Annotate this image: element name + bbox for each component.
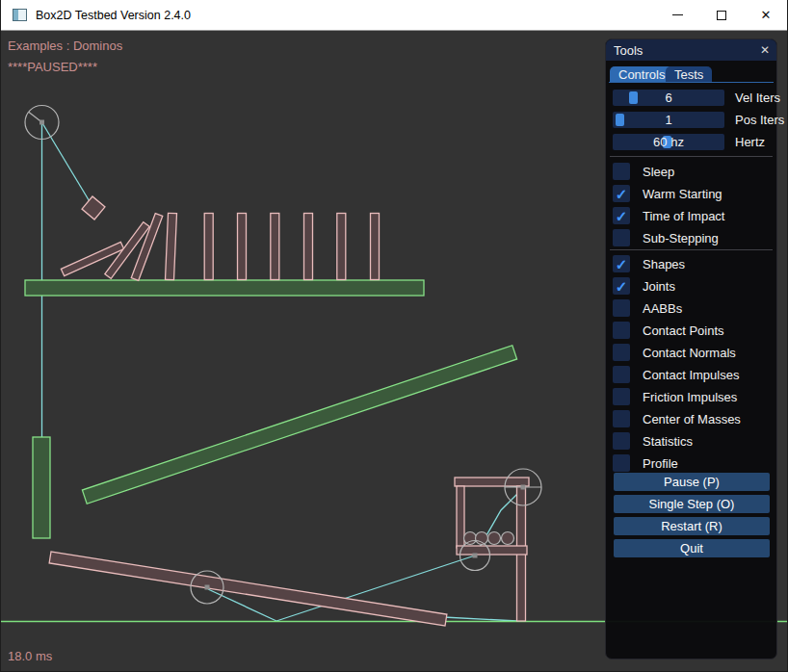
checkbox-box[interactable]: ✓: [613, 366, 630, 383]
domino-upright-4: [271, 214, 279, 280]
joint-marker-4: [521, 485, 526, 490]
domino-upright-3: [238, 214, 247, 280]
check-icon: ✓: [616, 257, 628, 271]
checkbox-label: Center of Masses: [643, 410, 741, 427]
rope-to-box-line: [42, 122, 94, 208]
checkbox-label: Contact Points: [643, 322, 724, 339]
maximize-button[interactable]: [699, 0, 744, 30]
slider-label: Hertz: [735, 134, 765, 150]
restart-button[interactable]: Restart (R): [614, 517, 770, 535]
checkbox-box[interactable]: ✓: [613, 207, 630, 224]
checkbox-box[interactable]: ✓: [613, 388, 630, 405]
shelf-balls: [464, 532, 514, 545]
checkbox-box[interactable]: ✓: [613, 410, 630, 427]
close-button[interactable]: ✕: [744, 0, 788, 30]
checkbox-box[interactable]: ✓: [613, 277, 630, 295]
slider-label: Vel Iters: [735, 90, 780, 106]
check-icon: ✓: [616, 209, 628, 223]
tools-panel-title: Tools: [614, 43, 643, 58]
checkbox-box[interactable]: ✓: [613, 299, 630, 317]
checkbox-label: Sleep: [643, 163, 674, 180]
domino-upright-1: [165, 213, 176, 279]
checkbox-box[interactable]: ✓: [613, 185, 630, 202]
joint-markers: [39, 120, 526, 590]
app-icon: [13, 9, 27, 21]
checkbox-label: Friction Impulses: [643, 388, 737, 405]
pendulum-box: [82, 196, 105, 220]
domino-shelf: [25, 280, 424, 296]
quit-button[interactable]: Quit: [614, 539, 770, 557]
checkbox-box[interactable]: ✓: [613, 454, 630, 472]
checkbox-box[interactable]: ✓: [613, 163, 630, 180]
window-titlebar[interactable]: Box2D Testbed Version 2.4.0 ✕: [0, 0, 788, 31]
checkbox-label: Contact Normals: [643, 344, 736, 361]
checkbox-label: Time of Impact: [643, 207, 724, 224]
checkbox-box[interactable]: ✓: [613, 322, 630, 339]
window-title: Box2D Testbed Version 2.4.0: [36, 9, 191, 22]
minimize-icon: [672, 14, 683, 15]
tab-controls[interactable]: Controls: [610, 66, 673, 82]
domino-upright-5: [304, 214, 313, 280]
check-icon: ✓: [616, 279, 628, 294]
domino-upright-6: [337, 214, 346, 280]
slider-value: 1: [613, 112, 724, 128]
ground-joint-line: [443, 617, 517, 621]
tab-underline: [609, 82, 774, 83]
checkbox-label: Profile: [643, 454, 678, 472]
checkbox-box[interactable]: ✓: [613, 344, 630, 361]
seesaw-plank: [49, 552, 447, 626]
ball-3: [488, 532, 501, 545]
paused-label: ****PAUSED****: [8, 60, 97, 74]
example-label: Examples : Dominos: [8, 39, 122, 53]
ball-1: [464, 532, 477, 545]
tools-panel-titlebar[interactable]: Tools ✕: [606, 39, 776, 61]
checkbox-label: Contact Impulses: [643, 366, 739, 383]
tab-tests[interactable]: Tests: [666, 66, 712, 82]
green-post: [33, 437, 50, 538]
checkbox-label: Joints: [643, 277, 675, 295]
separator: [610, 249, 773, 250]
slider-value: 6: [613, 90, 724, 106]
checkbox-label: Statistics: [643, 432, 693, 450]
single-step-button[interactable]: Single Step (O): [614, 495, 770, 513]
panel-close-button[interactable]: ✕: [757, 42, 773, 58]
frame-time-label: 18.0 ms: [8, 649, 52, 663]
static-bodies: [25, 280, 517, 538]
tools-panel: Tools ✕ Controls Tests 6 Vel Iters 1 Pos…: [605, 39, 777, 659]
domino-fallen-3: [131, 214, 163, 281]
close-icon: ✕: [761, 9, 772, 21]
joint-marker-1: [39, 120, 44, 125]
slider-label: Pos Iters: [735, 112, 784, 128]
checkbox-label: Warm Starting: [643, 185, 722, 202]
checkbox-box[interactable]: ✓: [613, 432, 630, 450]
checkbox-label: Sub-Stepping: [643, 229, 719, 246]
maximize-icon: [717, 11, 726, 20]
slider-value: 60 hz: [613, 134, 724, 150]
domino-upright-2: [204, 214, 213, 280]
minimize-button[interactable]: [655, 0, 699, 30]
joint-marker-3: [473, 554, 478, 558]
long-ramp: [82, 346, 516, 504]
frame-top-beam: [455, 478, 529, 486]
checkbox-label: AABBs: [643, 299, 682, 317]
ball-4: [502, 532, 514, 545]
domino-upright-7: [371, 214, 380, 280]
checkbox-box[interactable]: ✓: [613, 229, 630, 246]
checkbox-box[interactable]: ✓: [613, 255, 630, 272]
frame-shelf: [457, 546, 527, 555]
pause-button[interactable]: Pause (P): [614, 473, 770, 491]
joint-marker-2: [205, 585, 210, 590]
separator: [610, 156, 773, 157]
checkbox-label: Shapes: [643, 255, 685, 272]
frame-left-post: [457, 486, 464, 548]
check-icon: ✓: [616, 187, 628, 201]
